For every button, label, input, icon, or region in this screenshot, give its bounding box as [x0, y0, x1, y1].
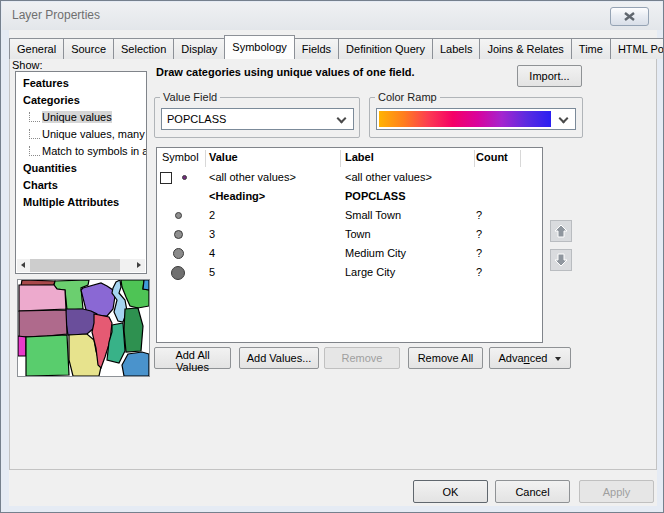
label-cell: Small Town [345, 209, 401, 221]
column-separator [205, 150, 206, 167]
map-region-r-pink [19, 285, 66, 311]
tree-connector-icon [29, 146, 40, 156]
label-cell: Medium City [345, 247, 406, 259]
scroll-left-icon [21, 262, 25, 268]
map-region-r-blue-corner [143, 280, 149, 290]
scroll-left-button[interactable] [17, 259, 30, 272]
advanced-button[interactable]: Advanced [489, 347, 571, 369]
layer-properties-dialog: Layer Properties GeneralSourceSelectionD… [0, 0, 664, 513]
value-cell: 4 [209, 247, 215, 259]
chevron-down-icon [337, 114, 347, 124]
table-row[interactable]: 2Small Town? [157, 207, 542, 226]
ok-button[interactable]: OK [413, 480, 488, 503]
column-header-count[interactable]: Count [476, 151, 508, 163]
tab-html-popup[interactable]: HTML Popup [610, 38, 664, 59]
value-cell: 2 [209, 209, 215, 221]
column-header-value[interactable]: Value [209, 151, 238, 163]
color-ramp-gradient [379, 111, 551, 127]
tree-item-match-to-symbols-in-a[interactable]: Match to symbols in a [16, 143, 146, 160]
tab-time[interactable]: Time [571, 38, 611, 59]
symbol-cell [157, 245, 205, 264]
tree-item-label: Charts [23, 179, 58, 191]
table-row[interactable]: <all other values><all other values> [157, 169, 542, 188]
point-symbol-icon[interactable] [175, 212, 182, 219]
tab-joins-relates[interactable]: Joins & Relates [479, 38, 571, 59]
move-up-button[interactable] [550, 220, 572, 242]
column-separator [474, 150, 475, 167]
count-cell: ? [476, 266, 482, 278]
tab-symbology[interactable]: Symbology [224, 35, 294, 59]
symbol-cell [157, 207, 205, 226]
tab-source[interactable]: Source [63, 38, 114, 59]
column-separator [340, 150, 341, 167]
value-cell: <all other values> [209, 171, 296, 183]
value-field-selected: POPCLASS [167, 113, 226, 125]
symbol-cell [157, 188, 205, 207]
window-title: Layer Properties [12, 8, 100, 22]
scroll-thumb[interactable] [30, 259, 120, 272]
scroll-right-button[interactable] [132, 259, 145, 272]
dropdown-arrow-icon [555, 357, 561, 361]
close-button[interactable] [610, 7, 649, 26]
tree-horizontal-scrollbar[interactable] [17, 259, 145, 272]
all-other-values-checkbox[interactable] [160, 172, 172, 184]
color-ramp-label: Color Ramp [375, 91, 440, 103]
symbol-cell [157, 264, 205, 283]
color-ramp-group: Color Ramp [369, 91, 583, 138]
value-cell: 5 [209, 266, 215, 278]
column-header-symbol[interactable]: Symbol [162, 151, 199, 163]
import-button[interactable]: Import... [517, 65, 582, 87]
map-region-r-green-sw [26, 335, 69, 376]
map-region-r-magenta [18, 336, 26, 356]
label-cell: <all other values> [345, 171, 432, 183]
table-row[interactable]: 4Medium City? [157, 245, 542, 264]
preview-map-image [18, 280, 149, 376]
dialog-content: GeneralSourceSelectionDisplaySymbologyFi… [9, 30, 657, 506]
count-cell: ? [476, 228, 482, 240]
tree-item-multiple-attributes[interactable]: Multiple Attributes [16, 194, 146, 211]
move-down-button[interactable] [550, 249, 572, 271]
tab-fields[interactable]: Fields [294, 38, 339, 59]
unique-values-table: Symbol Value Label Count <all other valu… [156, 147, 543, 343]
color-ramp-combobox[interactable] [376, 108, 576, 130]
table-row[interactable]: 5Large City? [157, 264, 542, 283]
point-symbol-icon[interactable] [182, 175, 187, 180]
tree-item-unique-values-many[interactable]: Unique values, many [16, 126, 146, 143]
tree-item-features[interactable]: Features [16, 75, 146, 92]
titlebar[interactable]: Layer Properties [2, 2, 662, 30]
apply-button: Apply [579, 480, 654, 503]
cancel-button[interactable]: Cancel [495, 480, 570, 503]
tree-item-unique-values[interactable]: Unique values [16, 109, 146, 126]
up-arrow-icon [553, 223, 569, 239]
tree-connector-icon [29, 129, 40, 139]
tab-labels[interactable]: Labels [432, 38, 480, 59]
tree-item-label: Quantities [23, 162, 77, 174]
tree-item-quantities[interactable]: Quantities [16, 160, 146, 177]
show-label: Show: [12, 59, 43, 71]
symbol-cell [157, 169, 205, 188]
point-symbol-icon[interactable] [171, 266, 185, 280]
tree-item-charts[interactable]: Charts [16, 177, 146, 194]
remove-all-button[interactable]: Remove All [408, 347, 483, 369]
column-header-label[interactable]: Label [345, 151, 374, 163]
tree-item-categories[interactable]: Categories [16, 92, 146, 109]
value-field-group: Value Field POPCLASS [154, 91, 360, 138]
button-label-part: Adva [499, 352, 524, 364]
tab-display[interactable]: Display [173, 38, 225, 59]
table-row[interactable]: <Heading>POPCLASS [157, 188, 542, 207]
point-symbol-icon[interactable] [173, 248, 184, 259]
map-region-r-mauve [19, 310, 67, 337]
count-cell: ? [476, 247, 482, 259]
column-separator [520, 150, 521, 167]
tab-selection[interactable]: Selection [113, 38, 174, 59]
value-field-combobox[interactable]: POPCLASS [161, 108, 354, 130]
tab-definition-query[interactable]: Definition Query [338, 38, 433, 59]
symbology-tab-page: Show: FeaturesCategoriesUnique valuesUni… [9, 58, 657, 470]
scroll-right-icon [137, 262, 141, 268]
tab-general[interactable]: General [9, 38, 64, 59]
add-all-values-button[interactable]: Add All Values [154, 347, 231, 369]
point-symbol-icon[interactable] [174, 230, 183, 239]
label-cell: Town [345, 228, 371, 240]
add-values-button[interactable]: Add Values... [239, 347, 319, 369]
table-row[interactable]: 3Town? [157, 226, 542, 245]
